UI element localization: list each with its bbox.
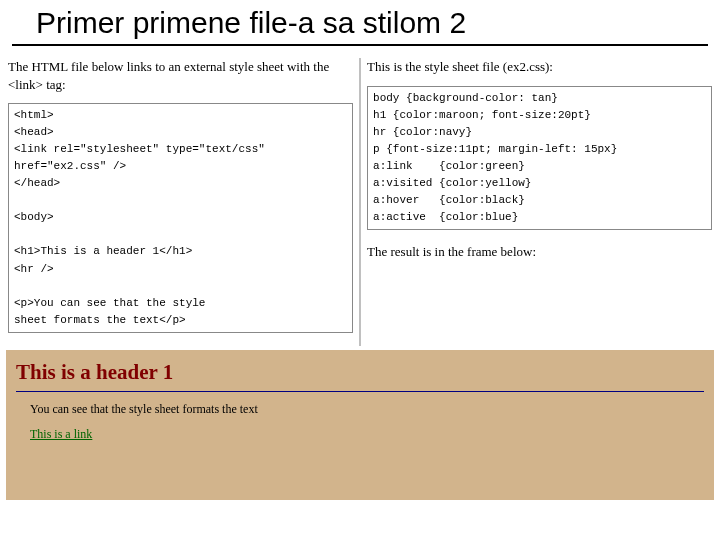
rendered-header: This is a header 1 <box>16 360 704 385</box>
right-column: This is the style sheet file (ex2.css): … <box>367 58 712 346</box>
html-code-box: <html> <head> <link rel="stylesheet" typ… <box>8 103 353 333</box>
vertical-divider[interactable] <box>359 58 361 346</box>
rendered-result-frame: This is a header 1 You can see that the … <box>6 350 714 500</box>
left-intro-text: The HTML file below links to an external… <box>8 58 353 93</box>
left-column: The HTML file below links to an external… <box>8 58 353 346</box>
right-intro-text: This is the style sheet file (ex2.css): <box>367 58 712 76</box>
rendered-paragraph: You can see that the style sheet formats… <box>30 402 704 417</box>
css-code-box: body {background-color: tan} h1 {color:m… <box>367 86 712 230</box>
slide-title: Primer primene file-a sa stilom 2 <box>12 0 708 46</box>
result-caption: The result is in the frame below: <box>367 244 712 260</box>
rendered-link[interactable]: This is a link <box>30 427 704 442</box>
rendered-hr <box>16 391 704 392</box>
two-column-content: The HTML file below links to an external… <box>0 46 720 346</box>
